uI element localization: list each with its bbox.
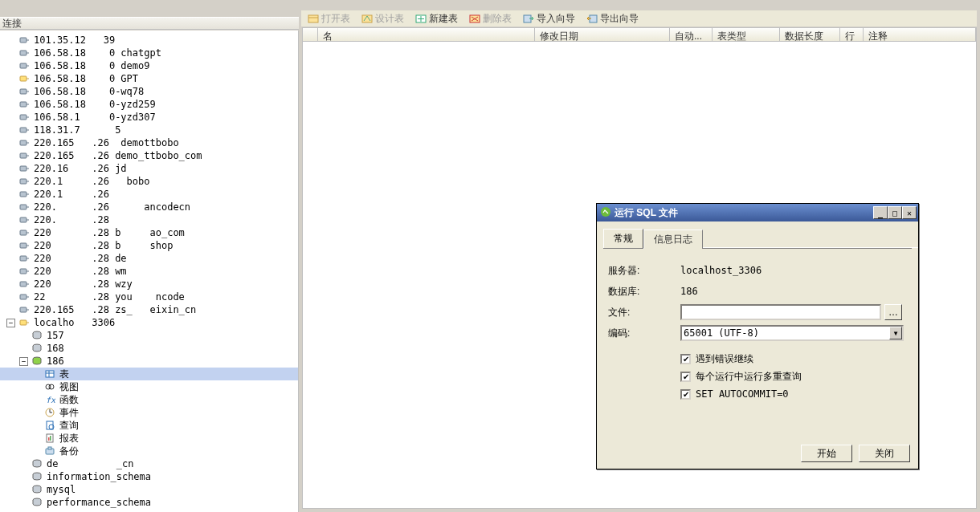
connection-item[interactable]: 118.31.7 5 [0,124,298,136]
connection-item[interactable]: 220.165 .26 demo_ttbobo_com [0,149,298,162]
column-header[interactable]: 行 [840,28,864,41]
chevron-down-icon: ▾ [889,327,902,339]
database-item[interactable]: −186 [0,355,298,368]
db-section-report[interactable]: 报表 [0,432,298,445]
connection-item[interactable]: 106.58.1 0-yzd307 [0,111,298,124]
database-icon [31,458,43,469]
plug-icon [18,176,31,187]
column-header[interactable]: 自动... [670,28,713,41]
plug-icon [18,73,31,84]
database-icon [31,484,43,495]
chk-continue-label: 遇到错误继续 [696,352,753,366]
svg-rect-41 [20,230,27,235]
db-section-table[interactable]: 表 [0,368,298,380]
column-header[interactable]: 表类型 [713,28,780,41]
column-header[interactable]: 名 [318,28,535,41]
browse-button[interactable]: … [884,304,902,320]
minimize-button[interactable]: _ [873,206,888,219]
chk-autocommit[interactable]: ✔ [680,389,691,400]
svg-rect-25 [20,128,27,132]
connection-item[interactable]: 22 .28 you ncode [0,291,298,303]
connection-item[interactable]: 220.165 .28 zs_ eixin_cn [0,303,298,316]
file-input[interactable] [680,304,881,320]
close-window-button[interactable]: ✕ [902,206,917,219]
connection-item[interactable]: 220.1 .26 [0,188,298,201]
table-column-headers: 名修改日期自动...表类型数据长度行注释 [302,27,977,42]
run-sql-file-dialog: 运行 SQL 文件 _ □ ✕ 常规 信息日志 服务器: localhost_3… [596,203,919,469]
plug-icon [18,214,31,226]
tab-log[interactable]: 信息日志 [643,230,703,249]
db-section-backup[interactable]: 备份 [0,445,298,457]
connection-item[interactable]: 106.58.18 0 chatgpt [0,47,298,59]
svg-rect-0 [308,15,318,22]
connection-item[interactable]: 101.35.12 39 [0,34,298,47]
connection-item[interactable]: 220 .28 de [0,252,298,265]
toolbar-new[interactable]: 新建表 [412,10,461,27]
column-header[interactable]: 修改日期 [535,28,670,41]
svg-rect-75 [48,447,51,449]
connection-item[interactable]: 106.58.18 0-yzd259 [0,98,298,111]
connection-tree[interactable]: 101.35.12 39106.58.18 0 chatgpt106.58.18… [0,30,299,512]
database-item[interactable]: 168 [0,342,298,355]
plug-icon [18,189,31,200]
svg-rect-35 [20,192,27,197]
column-header[interactable] [303,28,318,41]
maximize-button[interactable]: □ [888,206,902,219]
svg-rect-39 [20,217,27,222]
database-item[interactable]: de _cn [0,457,298,470]
tab-general[interactable]: 常规 [603,229,643,248]
db-section-query[interactable]: 查询 [0,419,298,432]
connection-item[interactable]: 106.58.18 0 GPT [0,72,298,85]
db-section-fx[interactable]: fx函数 [0,393,298,406]
svg-rect-13 [20,51,27,55]
report-icon [43,433,56,444]
close-button[interactable]: 关闭 [859,445,910,462]
column-header[interactable]: 注释 [864,28,976,41]
connection-item[interactable]: 220 .28 b shop [0,239,298,252]
plug-icon [18,304,31,315]
database-icon [31,497,43,508]
dialog-titlebar[interactable]: 运行 SQL 文件 _ □ ✕ [597,204,918,221]
connection-item[interactable]: 106.58.18 0-wq78 [0,85,298,98]
encoding-combo[interactable]: 65001 (UTF-8) ▾ [680,325,904,341]
connection-item[interactable]: 220.165 .26 demottbobo [0,136,298,149]
svg-rect-29 [20,153,27,158]
connection-item[interactable]: 220.1 .26 bobo [0,175,298,188]
svg-rect-21 [20,102,27,107]
svg-rect-31 [20,166,27,171]
plug-icon [18,124,31,136]
toolbar-delete: 删除表 [466,10,515,27]
connection-item[interactable]: 220 .28 wzy [0,278,298,291]
chk-continue-on-error[interactable]: ✔ [680,354,691,364]
view-icon [43,381,56,392]
event-icon [43,407,56,418]
connection-item[interactable]: 220. .26 ancodecn [0,201,298,213]
table-icon [43,368,56,380]
dialog-title-text: 运行 SQL 文件 [615,206,678,220]
connection-item[interactable]: 220.16 .26 jd [0,162,298,175]
chk-multiquery[interactable]: ✔ [680,372,691,382]
connection-item[interactable]: 106.58.18 0 demo9 [0,59,298,72]
plug-icon [18,60,31,71]
db-section-event[interactable]: 事件 [0,406,298,419]
database-value: 186 [680,286,907,297]
connection-item[interactable]: 220. .28 [0,213,298,226]
db-section-view[interactable]: 视图 [0,380,298,393]
connection-item[interactable]: 220 .28 wm [0,265,298,278]
database-item[interactable]: 157 [0,329,298,342]
toolbar-import[interactable]: 导入向导 [520,10,578,27]
plug-icon [18,35,31,46]
database-item[interactable]: mysql [0,483,298,496]
toolbar-export[interactable]: 导出向导 [583,10,642,27]
dialog-icon [600,206,611,220]
plug-icon [18,112,31,123]
fx-icon: fx [43,394,56,405]
start-button[interactable]: 开始 [801,445,852,462]
file-label: 文件: [608,306,680,319]
database-item[interactable]: performance_schema [0,496,298,509]
connection-item[interactable]: −localho 3306 [0,316,298,329]
connection-item[interactable]: 220 .28 b ao_com [0,226,298,239]
svg-rect-37 [20,205,27,209]
database-item[interactable]: information_schema [0,470,298,483]
column-header[interactable]: 数据长度 [780,28,840,41]
